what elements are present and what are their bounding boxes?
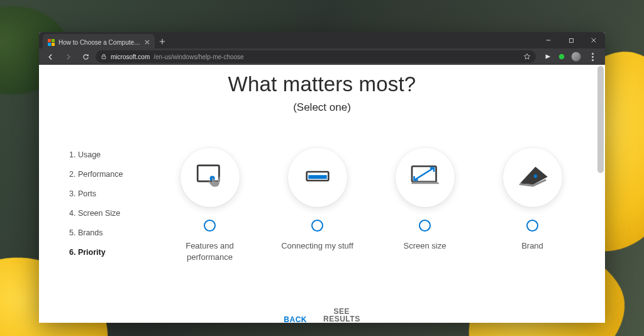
browser-toolbar: microsoft.com/en-us/windows/help-me-choo… [39, 48, 605, 65]
usb-port-icon [301, 165, 334, 190]
svg-point-2 [559, 54, 565, 60]
browser-tab-active[interactable]: How to Choose a Computer: Fin [43, 34, 155, 50]
back-button[interactable] [43, 49, 58, 64]
wizard-steps: 1. Usage 2. Performance 3. Ports 4. Scre… [69, 148, 151, 262]
url-host: microsoft.com [111, 53, 150, 60]
svg-rect-0 [569, 38, 573, 42]
step-usage[interactable]: 1. Usage [69, 150, 151, 159]
option-illustration [396, 148, 455, 207]
option-label: Brand [521, 240, 543, 252]
new-tab-button[interactable] [155, 34, 170, 48]
window-controls [537, 32, 605, 48]
step-performance[interactable]: 2. Performance [69, 170, 151, 179]
forward-button[interactable] [60, 49, 75, 64]
browser-menu-button[interactable] [586, 53, 599, 61]
window-minimize-button[interactable] [537, 32, 560, 48]
option-group: Features and performance Connecting my [151, 148, 586, 262]
option-brand[interactable]: Brand [486, 148, 580, 252]
page-content: What matters most? (Select one) 1. Usage… [39, 65, 605, 323]
extension-icon-2[interactable] [557, 52, 566, 61]
page-title: What matters most? [39, 72, 605, 96]
extension-icons [538, 52, 601, 62]
close-tab-icon[interactable] [145, 40, 150, 45]
browser-window: How to Choose a Computer: Fin [39, 32, 605, 323]
laptop-brand-icon [514, 162, 551, 193]
option-screen-size[interactable]: Screen size [378, 148, 472, 252]
svg-rect-6 [308, 175, 326, 179]
window-close-button[interactable] [582, 32, 605, 48]
svg-point-9 [533, 174, 536, 177]
radio-icon [419, 220, 431, 232]
vertical-scrollbar[interactable] [597, 66, 604, 173]
option-features-performance[interactable]: Features and performance [163, 148, 257, 262]
touch-screen-icon [193, 162, 227, 193]
see-results-line2: RESULTS [323, 315, 360, 323]
svg-line-8 [415, 169, 433, 180]
bookmark-star-icon[interactable] [523, 53, 531, 60]
lock-icon [101, 53, 107, 60]
option-label: Screen size [404, 240, 447, 252]
svg-rect-1 [102, 56, 106, 59]
step-priority[interactable]: 6. Priority [69, 248, 151, 257]
microsoft-favicon [48, 39, 55, 46]
tab-bar: How to Choose a Computer: Fin [39, 32, 605, 48]
option-label: Connecting my stuff [281, 240, 353, 252]
url-path: /en-us/windows/help-me-choose [153, 53, 243, 60]
back-link[interactable]: BACK [284, 315, 307, 323]
reload-button[interactable] [78, 49, 93, 64]
radio-icon [204, 220, 216, 232]
profile-avatar[interactable] [571, 52, 581, 62]
address-bar[interactable]: microsoft.com/en-us/windows/help-me-choo… [96, 50, 536, 63]
option-illustration [503, 148, 562, 207]
radio-icon [526, 220, 538, 232]
option-connecting-stuff[interactable]: Connecting my stuff [270, 148, 365, 252]
step-screen-size[interactable]: 4. Screen Size [69, 209, 151, 218]
step-ports[interactable]: 3. Ports [69, 189, 151, 198]
step-brands[interactable]: 5. Brands [69, 228, 151, 237]
screen-size-icon [408, 162, 443, 193]
window-maximize-button[interactable] [560, 32, 582, 48]
option-illustration [180, 148, 240, 207]
option-illustration [288, 148, 347, 207]
svg-rect-3 [197, 165, 219, 181]
see-results-link[interactable]: SEE RESULTS [323, 308, 360, 323]
tab-title: How to Choose a Computer: Fin [58, 39, 141, 46]
extension-icon-1[interactable] [543, 52, 552, 61]
option-label: Features and performance [163, 240, 257, 262]
radio-icon [311, 220, 323, 232]
page-subtitle: (Select one) [39, 101, 605, 114]
footer-actions: BACK SEE RESULTS [39, 308, 605, 323]
